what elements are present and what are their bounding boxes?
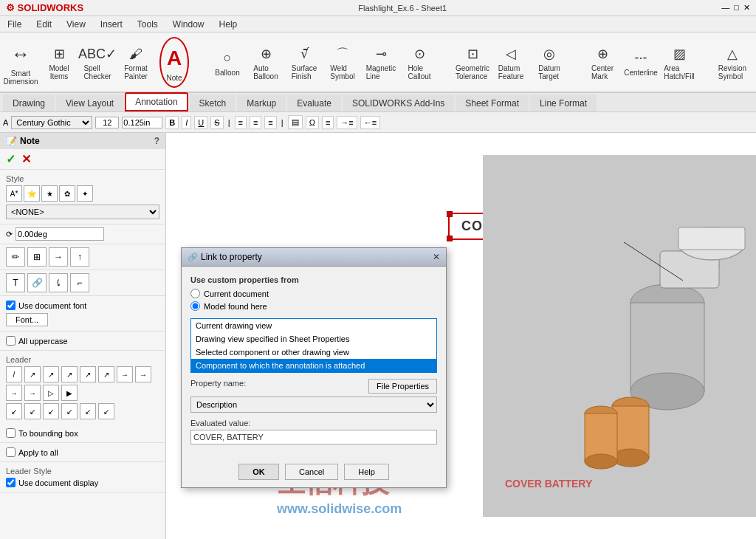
tab-sheet-format[interactable]: Sheet Format <box>456 95 529 111</box>
ribbon-weld-symbol[interactable]: ⌒ WeldSymbol <box>328 42 357 82</box>
reject-button[interactable]: ✕ <box>21 152 31 166</box>
tab-markup[interactable]: Markup <box>237 95 286 111</box>
file-properties-button[interactable]: File Properties <box>368 379 437 394</box>
ribbon-format-painter[interactable]: 🖌 FormatPainter <box>121 42 151 82</box>
radio-current-document-input[interactable] <box>190 289 200 298</box>
menu-view[interactable]: View <box>62 18 90 31</box>
style-select[interactable]: <NONE> <box>6 205 159 219</box>
align-left-button[interactable]: ≡ <box>235 116 247 129</box>
arrow-up-icon[interactable]: ↑ <box>70 247 89 267</box>
style-icon-5[interactable]: ✦ <box>77 185 93 202</box>
ribbon-datum-target[interactable]: ◎ DatumTarget <box>535 42 564 82</box>
ribbon-magnetic-line[interactable]: ⊸ MagneticLine <box>366 42 396 82</box>
cancel-button[interactable]: Cancel <box>285 464 338 480</box>
radio-model-found-here[interactable]: Model found here <box>190 301 437 311</box>
leader-icon-8[interactable]: → <box>135 366 151 382</box>
arrow-right-icon[interactable]: → <box>49 247 68 267</box>
radio-current-document[interactable]: Current document <box>190 289 437 298</box>
leader-icon-18[interactable]: ↙ <box>98 403 114 419</box>
ribbon-spell-checker[interactable]: ABC✓ SpellChecker <box>83 42 112 82</box>
list-button[interactable]: ≡ <box>322 116 334 129</box>
all-uppercase-checkbox[interactable] <box>6 336 16 346</box>
help-icon[interactable]: ? <box>154 136 159 146</box>
use-document-display-checkbox[interactable] <box>6 478 16 487</box>
indent-button[interactable]: →≡ <box>337 116 357 129</box>
canvas-area[interactable]: COVER, BATTERY <box>166 133 756 539</box>
use-document-font-checkbox[interactable] <box>6 301 16 310</box>
leader-icon-10[interactable]: → <box>24 385 41 401</box>
use-document-display-check[interactable]: Use document display <box>6 478 159 487</box>
leader-icon-13[interactable]: ↙ <box>6 403 22 419</box>
dropdown-option-4[interactable]: Component to which the annotation is att… <box>191 359 436 372</box>
ribbon-datum-feature[interactable]: ◁ DatumFeature <box>496 42 526 82</box>
align-right-button[interactable]: ≡ <box>264 116 276 129</box>
radio-model-found-here-input[interactable] <box>190 301 200 311</box>
dropdown-option-3[interactable]: Selected component or other drawing view <box>191 346 436 359</box>
ribbon-balloon[interactable]: ○ Balloon <box>213 47 242 78</box>
help-button[interactable]: Help <box>344 464 389 480</box>
dialog-close-button[interactable]: ✕ <box>433 252 440 262</box>
leader-icon-9[interactable]: → <box>6 385 22 401</box>
leader-icon-5[interactable]: ↗ <box>80 366 96 382</box>
align-center-button[interactable]: ≡ <box>250 116 261 129</box>
dropdown-option-1[interactable]: Current drawing view <box>191 319 436 332</box>
menu-insert[interactable]: Insert <box>96 18 127 31</box>
copy-icon[interactable]: ⊞ <box>27 247 47 267</box>
menu-window[interactable]: Window <box>168 18 209 31</box>
tab-view-layout[interactable]: View Layout <box>56 95 123 111</box>
ribbon-smart-dimension[interactable]: ↔ SmartDimension <box>6 37 35 87</box>
handle-tl[interactable] <box>447 211 453 217</box>
leader-icon-3[interactable]: ↗ <box>43 366 59 382</box>
menu-edit[interactable]: Edit <box>32 18 56 31</box>
ribbon-model-items[interactable]: ⊞ ModelItems <box>44 42 74 82</box>
leader-icon-16[interactable]: ↙ <box>61 403 78 419</box>
maximize-icon[interactable]: □ <box>734 3 739 13</box>
ribbon-center-mark[interactable]: ⊕ CenterMark <box>588 42 617 82</box>
tab-sketch[interactable]: Sketch <box>190 95 236 111</box>
bounding-box-check[interactable]: To bounding box <box>6 428 159 438</box>
leader-icon-11[interactable]: ▷ <box>43 385 59 401</box>
apply-to-all-check[interactable]: Apply to all <box>6 447 159 457</box>
tab-drawing[interactable]: Drawing <box>3 95 55 111</box>
menu-tools[interactable]: Tools <box>133 18 162 31</box>
handle-bl[interactable] <box>447 236 453 241</box>
ribbon-note[interactable]: A Note <box>159 37 189 88</box>
leader-icon-1[interactable]: / <box>6 366 22 382</box>
menu-help[interactable]: Help <box>215 18 242 31</box>
ribbon-surface-finish[interactable]: √̄ SurfaceFinish <box>289 42 319 82</box>
tab-annotation[interactable]: Annotation <box>125 92 188 111</box>
edit-icon[interactable]: ✏ <box>6 247 25 267</box>
leader-icon-15[interactable]: ↙ <box>43 403 59 419</box>
leader-icon-12[interactable]: ▶ <box>61 385 78 401</box>
leader-icon-14[interactable]: ↙ <box>24 403 41 419</box>
leader-icon-4[interactable]: ↗ <box>61 366 78 382</box>
font-button[interactable]: Font... <box>6 313 48 326</box>
use-document-font-check[interactable]: Use document font <box>6 301 159 310</box>
table-insert-button[interactable]: ▤ <box>288 115 303 129</box>
ribbon-area-hatch[interactable]: ▨ AreaHatch/Fill <box>664 42 694 82</box>
leader-icon-17[interactable]: ↙ <box>80 403 96 419</box>
menu-file[interactable]: File <box>3 18 26 31</box>
leader-icon-7[interactable]: → <box>117 366 133 382</box>
tab-evaluate[interactable]: Evaluate <box>287 95 341 111</box>
style-icon-2[interactable]: ⭐ <box>24 185 40 202</box>
ribbon-revision-symbol[interactable]: △ RevisionSymbol <box>718 42 747 82</box>
style-icon-1[interactable]: A* <box>6 185 22 202</box>
corner-icon[interactable]: ⌐ <box>70 273 89 292</box>
angle-input[interactable] <box>16 227 104 241</box>
tab-line-format[interactable]: Line Format <box>530 95 597 111</box>
arrow2-icon[interactable]: ⤹ <box>49 273 68 292</box>
text-icon[interactable]: T <box>6 273 25 292</box>
close-icon[interactable]: ✕ <box>743 3 750 13</box>
font-size-input[interactable] <box>95 117 119 128</box>
all-uppercase-check[interactable]: All uppercase <box>6 336 159 346</box>
apply-to-all-checkbox[interactable] <box>6 447 16 457</box>
leader-icon-2[interactable]: ↗ <box>24 366 41 382</box>
ribbon-centerline[interactable]: -·- Centerline <box>626 47 656 78</box>
bounding-box-checkbox[interactable] <box>6 428 16 438</box>
property-name-select[interactable]: Description <box>190 396 437 413</box>
ok-button[interactable]: OK <box>238 464 279 480</box>
symbol-button[interactable]: Ω <box>306 116 319 129</box>
dropdown-option-2[interactable]: Drawing view specified in Sheet Properti… <box>191 332 436 346</box>
ribbon-hole-callout[interactable]: ⊙ HoleCallout <box>405 42 434 82</box>
